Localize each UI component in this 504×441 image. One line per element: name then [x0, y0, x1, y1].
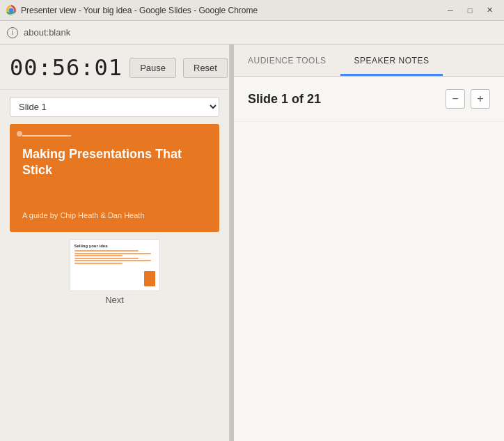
next-label: Next [105, 295, 124, 305]
right-panel: AUDIENCE TOOLS SPEAKER NOTES Slide 1 of … [234, 45, 504, 441]
slide-selector-row: Slide 1 Slide 2 Slide 3 [0, 90, 229, 124]
current-slide-preview: Making Presentations That Stick A guide … [10, 124, 219, 232]
window-title: Presenter view - Your big idea - Google … [21, 6, 441, 15]
tab-audience-tools[interactable]: AUDIENCE TOOLS [234, 45, 340, 76]
left-panel: 00:56:01 Pause Reset Slide 1 Slide 2 Sli… [0, 45, 230, 441]
slide-main-title: Making Presentations That Stick [22, 146, 207, 179]
minimize-button[interactable]: ─ [441, 3, 459, 17]
next-slide-container: Selling your idea Next [10, 239, 219, 305]
slide-count: Slide 1 of 21 [248, 92, 321, 107]
timer-row: 00:56:01 Pause Reset [0, 45, 229, 90]
slide-selector[interactable]: Slide 1 Slide 2 Slide 3 [10, 97, 219, 117]
next-line-3 [74, 255, 123, 256]
window-controls: ─ □ ✕ [441, 3, 498, 17]
addressbar: i about:blank [0, 21, 504, 45]
slide-accent-line [22, 135, 71, 137]
titlebar: Presenter view - Your big idea - Google … [0, 0, 504, 21]
zoom-in-button[interactable]: + [471, 89, 490, 109]
zoom-out-button[interactable]: − [446, 89, 465, 109]
chrome-icon [6, 5, 17, 16]
url-display[interactable]: about:blank [24, 27, 70, 38]
next-slide-book-icon [144, 271, 155, 286]
slide-dot [17, 131, 22, 137]
next-line-6 [74, 263, 123, 264]
tabs-row: AUDIENCE TOOLS SPEAKER NOTES [234, 45, 504, 77]
right-content: Slide 1 of 21 − + [234, 77, 504, 441]
next-slide-preview: Selling your idea [70, 239, 160, 291]
next-slide-title: Selling your idea [74, 244, 155, 248]
zoom-controls: − + [446, 89, 490, 109]
next-line-5 [74, 260, 151, 261]
pause-button[interactable]: Pause [129, 58, 176, 78]
reset-button[interactable]: Reset [183, 58, 228, 78]
next-line-4 [74, 258, 139, 259]
tab-speaker-notes[interactable]: SPEAKER NOTES [340, 45, 443, 76]
maximize-button[interactable]: □ [461, 3, 479, 17]
close-button[interactable]: ✕ [480, 3, 498, 17]
speaker-notes-area [234, 122, 504, 144]
next-line-1 [74, 250, 139, 252]
slide-info-bar: Slide 1 of 21 − + [234, 77, 504, 122]
slide-subtitle: A guide by Chip Heath & Dan Heath [22, 211, 207, 219]
main-content: 00:56:01 Pause Reset Slide 1 Slide 2 Sli… [0, 45, 504, 441]
next-slide-lines [74, 250, 155, 286]
next-line-2 [74, 253, 151, 254]
timer-display: 00:56:01 [10, 54, 123, 81]
info-icon: i [7, 27, 18, 38]
